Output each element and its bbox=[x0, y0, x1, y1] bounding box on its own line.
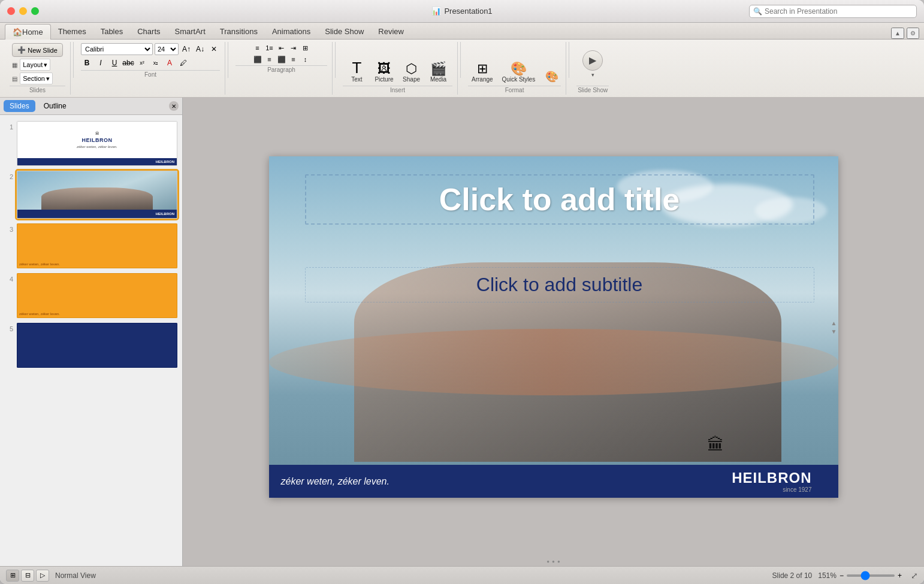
heilbron-logo: HEILBRON bbox=[732, 470, 811, 486]
layout-icon: ▦ bbox=[12, 62, 17, 68]
canvas-scroll[interactable]: Click to add title Click to add subtitle… bbox=[183, 98, 924, 556]
align-right-button[interactable]: ⬛ bbox=[276, 55, 287, 64]
play-dropdown-arrow[interactable]: ▾ bbox=[591, 72, 594, 78]
picture-icon: 🖼 bbox=[378, 62, 391, 75]
search-input-wrap: 🔍 bbox=[749, 5, 917, 18]
tab-review[interactable]: Review bbox=[371, 23, 411, 39]
divider-5 bbox=[569, 42, 569, 78]
font-color-button[interactable]: A bbox=[164, 57, 176, 69]
title-placeholder-box[interactable]: Click to add title bbox=[305, 174, 814, 225]
layout-dropdown[interactable]: Layout ▾ bbox=[20, 59, 50, 71]
text-insert-button[interactable]: T Text bbox=[344, 58, 369, 84]
fullscreen-button[interactable]: ⤢ bbox=[911, 571, 918, 580]
quick-styles-icon: 🎨 bbox=[511, 62, 527, 75]
text-highlight-button[interactable]: 🖊 bbox=[177, 57, 189, 69]
tab-smartart[interactable]: SmartArt bbox=[168, 23, 213, 39]
section-dropdown[interactable]: Section ▾ bbox=[20, 72, 53, 84]
dot-3: ● bbox=[557, 559, 560, 564]
ribbon-collapse-button[interactable]: ▲ bbox=[891, 28, 904, 39]
tab-charts[interactable]: Charts bbox=[130, 23, 167, 39]
play-button[interactable]: ▶ bbox=[582, 50, 603, 71]
new-slide-button[interactable]: ➕ New Slide bbox=[12, 43, 63, 57]
slide-item-5[interactable]: 5 bbox=[4, 320, 179, 370]
slide-item-3[interactable]: 3 zéker weten, zéker leven. bbox=[4, 221, 179, 271]
font-name-row: Calibri 24 A↑ A↓ ✕ bbox=[81, 43, 220, 55]
align-left-button[interactable]: ⬛ bbox=[252, 55, 263, 64]
bullet-list-button[interactable]: ≡ bbox=[252, 43, 263, 53]
font-name-select[interactable]: Calibri bbox=[81, 43, 153, 55]
tab-outline[interactable]: Outline bbox=[38, 100, 73, 112]
panel-close-button[interactable]: ✕ bbox=[169, 101, 179, 111]
zoom-minus-icon[interactable]: − bbox=[840, 571, 844, 580]
presentation-icon: 📊 bbox=[431, 7, 441, 16]
scroll-down-arrow[interactable]: ▼ bbox=[831, 328, 837, 335]
line-spacing-button[interactable]: ↕ bbox=[300, 55, 311, 64]
media-insert-button[interactable]: 🎬 Media bbox=[426, 60, 451, 84]
divider-1 bbox=[73, 42, 74, 78]
subscript-button[interactable]: x₂ bbox=[150, 57, 162, 69]
font-size-select[interactable]: 24 bbox=[155, 43, 179, 55]
slide-grid-button[interactable]: ⊟ bbox=[21, 570, 34, 582]
slide-canvas[interactable]: Click to add title Click to add subtitle… bbox=[269, 156, 838, 498]
ribbon-settings-button[interactable]: ⚙ bbox=[907, 28, 919, 39]
decrease-indent-button[interactable]: ⇤ bbox=[276, 43, 287, 53]
app-body: Slides Outline ✕ 1 🏛 HEILBRON bbox=[0, 98, 924, 566]
tab-slides[interactable]: Slides bbox=[4, 100, 35, 112]
slides-panel-tabs: Slides Outline ✕ bbox=[0, 98, 182, 115]
subtitle-placeholder-box[interactable]: Click to add subtitle bbox=[305, 267, 814, 302]
close-button[interactable] bbox=[7, 7, 15, 15]
slide-item-4[interactable]: 4 zéker weten, zéker leven. bbox=[4, 271, 179, 320]
theme-colors-button[interactable]: 🎨 bbox=[543, 69, 561, 84]
view-mode-label: Normal View bbox=[55, 571, 96, 580]
underline-button[interactable]: U bbox=[108, 57, 120, 69]
arrange-button[interactable]: ⊞ Arrange bbox=[468, 60, 497, 84]
columns-button[interactable]: ⊞ bbox=[300, 43, 311, 53]
superscript-button[interactable]: x² bbox=[136, 57, 148, 69]
layout-dropdown-arrow: ▾ bbox=[44, 61, 47, 69]
normal-view-button[interactable]: ⊞ bbox=[6, 570, 19, 582]
ribbon: 🏠 Home Themes Tables Charts SmartArt Tra… bbox=[0, 23, 924, 98]
thumb-1-bar: HEILBRON bbox=[17, 158, 177, 165]
increase-indent-button[interactable]: ⇥ bbox=[288, 43, 299, 53]
zoom-slider[interactable] bbox=[847, 574, 895, 577]
minimize-button[interactable] bbox=[19, 7, 27, 15]
ribbon-controls: ▲ ⚙ bbox=[891, 28, 919, 39]
arrange-icon: ⊞ bbox=[477, 62, 488, 75]
slide-item-2[interactable]: 2 HEILBRON bbox=[4, 168, 179, 221]
thumb-2-bar: HEILBRON bbox=[17, 210, 177, 218]
maximize-button[interactable] bbox=[31, 7, 39, 15]
heilbron-since: since 1927 bbox=[732, 486, 811, 493]
dot-2: ● bbox=[552, 559, 555, 564]
picture-insert-button[interactable]: 🖼 Picture bbox=[371, 60, 397, 84]
quick-styles-button[interactable]: 🎨 Quick Styles bbox=[499, 60, 539, 84]
font-format-row: B I U abc x² x₂ A 🖊 bbox=[81, 57, 220, 69]
zoom-plus-icon[interactable]: + bbox=[898, 571, 902, 580]
shape-insert-button[interactable]: ⬡ Shape bbox=[399, 60, 424, 84]
scroll-up-arrow[interactable]: ▲ bbox=[831, 320, 837, 326]
section-dropdown-arrow: ▾ bbox=[46, 75, 50, 83]
numbered-list-button[interactable]: 1≡ bbox=[264, 43, 275, 53]
traffic-lights bbox=[7, 7, 39, 15]
tab-themes[interactable]: Themes bbox=[51, 23, 93, 39]
strikethrough-button[interactable]: abc bbox=[122, 57, 134, 69]
font-shrink-button[interactable]: A↓ bbox=[194, 43, 206, 55]
list-row: ≡ 1≡ ⇤ ⇥ ⊞ bbox=[252, 43, 311, 53]
tab-transitions[interactable]: Transitions bbox=[213, 23, 265, 39]
tab-animations[interactable]: Animations bbox=[265, 23, 318, 39]
tab-home[interactable]: 🏠 Home bbox=[5, 24, 51, 40]
bold-button[interactable]: B bbox=[81, 57, 93, 69]
reading-view-button[interactable]: ▷ bbox=[36, 570, 49, 582]
font-grow-button[interactable]: A↑ bbox=[180, 43, 192, 55]
insert-buttons: T Text 🖼 Picture ⬡ Shape 🎬 Media bbox=[344, 43, 451, 84]
clear-format-button[interactable]: ✕ bbox=[208, 43, 220, 55]
search-icon: 🔍 bbox=[753, 7, 762, 16]
slide-item-1[interactable]: 1 🏛 HEILBRON zéker weten, zéker leven. H… bbox=[4, 119, 179, 168]
font-controls: Calibri 24 A↑ A↓ ✕ B I U abc bbox=[81, 43, 220, 69]
search-input[interactable] bbox=[765, 7, 913, 16]
align-center-button[interactable]: ≡ bbox=[264, 55, 275, 64]
slide-num-2: 2 bbox=[5, 173, 13, 180]
tab-slideshow[interactable]: Slide Show bbox=[318, 23, 371, 39]
tab-tables[interactable]: Tables bbox=[93, 23, 131, 39]
italic-button[interactable]: I bbox=[95, 57, 107, 69]
justify-button[interactable]: ≡ bbox=[288, 55, 299, 64]
